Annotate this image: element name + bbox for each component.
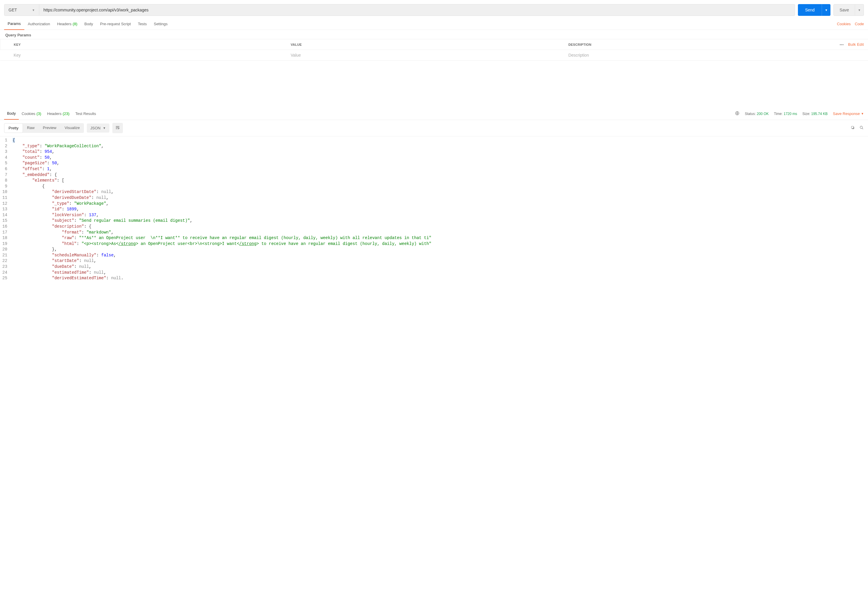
value-input[interactable]: Value (286, 50, 564, 61)
copy-icon[interactable] (850, 125, 855, 131)
request-tabs: Params Authorization Headers (8) Body Pr… (0, 18, 868, 30)
query-params-title: Query Params (0, 30, 868, 39)
line-gutter: 1234567891011121314151617181920212223242… (0, 136, 12, 282)
col-description: DESCRIPTION (564, 39, 799, 50)
svg-point-3 (860, 126, 862, 128)
http-method-select[interactable]: GET ▼ (4, 4, 39, 16)
resp-tab-cookies-count: (3) (37, 111, 41, 116)
format-value: JSON (90, 126, 100, 130)
save-response-button[interactable]: Save Response ▼ (833, 111, 864, 116)
resp-tab-test-results[interactable]: Test Results (72, 108, 99, 120)
resp-tab-cookies-label: Cookies (22, 111, 35, 116)
url-value: https://community.openproject.com/api/v3… (43, 7, 148, 12)
size-label: Size: (802, 112, 810, 116)
status-label: Status: (745, 112, 756, 116)
view-pretty[interactable]: Pretty (4, 123, 23, 133)
key-input[interactable]: Key (0, 50, 287, 61)
tab-authorization[interactable]: Authorization (24, 18, 54, 30)
resp-tab-headers[interactable]: Headers (23) (44, 108, 72, 120)
tab-headers-label: Headers (57, 22, 72, 26)
code-content: { "_type": "WorkPackageCollection", "tot… (12, 136, 431, 282)
url-input[interactable]: https://community.openproject.com/api/v3… (39, 4, 795, 16)
save-response-label: Save Response (833, 111, 860, 116)
chevron-down-icon: ▼ (861, 112, 864, 115)
more-icon[interactable]: ••• (840, 43, 844, 46)
tab-settings[interactable]: Settings (150, 18, 171, 30)
param-row-empty[interactable]: Key Value Description (0, 50, 868, 61)
size-value: 195.74 KB (811, 112, 828, 116)
col-actions: ••• Bulk Edit (799, 39, 868, 50)
resp-tab-headers-count: (23) (63, 111, 69, 116)
chevron-down-icon: ▼ (103, 126, 106, 130)
view-raw[interactable]: Raw (23, 123, 39, 133)
status-value: 200 OK (757, 112, 769, 116)
bulk-edit-link[interactable]: Bulk Edit (848, 42, 864, 47)
wrap-lines-button[interactable] (112, 123, 123, 133)
tab-headers-count: (8) (73, 22, 77, 26)
response-tabs: Body Cookies (3) Headers (23) Test Resul… (0, 108, 868, 120)
search-icon[interactable] (859, 125, 864, 131)
tab-body[interactable]: Body (81, 18, 97, 30)
chevron-down-icon: ▼ (32, 9, 35, 12)
time-value: 1720 ms (784, 112, 797, 116)
tab-params[interactable]: Params (4, 18, 24, 30)
tab-prerequest[interactable]: Pre-request Script (96, 18, 134, 30)
cookies-link[interactable]: Cookies (837, 22, 851, 26)
tab-tests[interactable]: Tests (134, 18, 150, 30)
description-input[interactable]: Description (564, 50, 868, 61)
format-select[interactable]: JSON ▼ (87, 124, 109, 133)
view-visualize[interactable]: Visualize (61, 123, 84, 133)
save-button[interactable]: Save (833, 4, 855, 16)
resp-tab-cookies[interactable]: Cookies (3) (19, 108, 44, 120)
http-method-value: GET (9, 7, 17, 12)
resp-tab-headers-label: Headers (47, 111, 62, 116)
response-body-editor[interactable]: 1234567891011121314151617181920212223242… (0, 136, 868, 282)
tab-headers[interactable]: Headers (8) (54, 18, 81, 30)
query-params-table: KEY VALUE DESCRIPTION ••• Bulk Edit Key … (0, 39, 868, 61)
response-view-toolbar: Pretty Raw Preview Visualize JSON ▼ (0, 120, 868, 136)
col-key: KEY (0, 39, 287, 50)
code-link[interactable]: Code (855, 22, 864, 26)
view-preview[interactable]: Preview (39, 123, 61, 133)
resp-tab-body[interactable]: Body (4, 108, 19, 120)
col-value: VALUE (286, 39, 564, 50)
send-dropdown-button[interactable]: ▼ (822, 4, 831, 16)
svg-rect-2 (851, 126, 853, 128)
time-label: Time: (774, 112, 783, 116)
globe-icon[interactable] (735, 111, 740, 117)
save-dropdown-button[interactable]: ▼ (855, 4, 864, 16)
send-button[interactable]: Send (798, 4, 822, 16)
